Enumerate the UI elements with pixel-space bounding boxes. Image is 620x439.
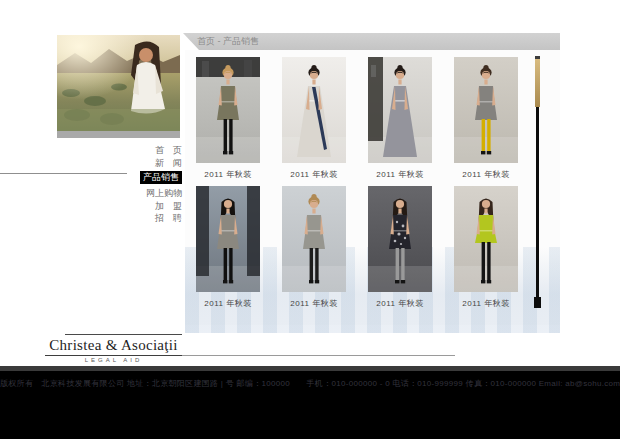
active-item-pointer-line [0, 173, 127, 174]
product-photo[interactable] [368, 57, 432, 163]
sidebar-menu: 首 页 新 闻 产品销售 网上购物 加 盟 招 聘 [62, 144, 182, 225]
menu-item-online-shop[interactable]: 网上购物 [62, 187, 182, 200]
product-caption: 2011 年秋装 [282, 292, 346, 315]
product-photo[interactable] [368, 186, 432, 292]
product-card: 2011 年秋装 [454, 186, 518, 315]
breadcrumb[interactable]: 首页 - 产品销售 [197, 36, 259, 46]
product-caption: 2011 年秋装 [368, 163, 432, 186]
scrollbar-bottom-cap [534, 297, 541, 308]
product-photo[interactable] [282, 57, 346, 163]
product-caption: 2011 年秋装 [196, 163, 260, 186]
product-card: 2011 年秋装 [196, 186, 260, 315]
product-list-panel: 2011 年秋装 2011 年秋装 2011 年秋装 2011 年秋装 2011… [185, 50, 560, 325]
hero-photo-bottom-strip [57, 131, 180, 138]
logo-rule-bottom [45, 355, 182, 356]
menu-item-home[interactable]: 首 页 [62, 144, 182, 157]
product-caption: 2011 年秋装 [454, 163, 518, 186]
product-photo[interactable] [196, 186, 260, 292]
brand-logo: Christea & Asociaţii LEGAL AID [45, 334, 182, 363]
scrollbar-track[interactable] [536, 107, 539, 298]
footer: 版权所有 北京科技发展有限公司 地址：北京朝阳区建国路 | 号 邮编：10000… [0, 366, 620, 439]
page: 首 页 新 闻 产品销售 网上购物 加 盟 招 聘 首页 - 产品销售 2011… [0, 0, 620, 439]
hero-photo-image [57, 35, 180, 131]
menu-item-recruit[interactable]: 招 聘 [62, 212, 182, 225]
scrollbar-thumb[interactable] [535, 59, 540, 107]
product-photo[interactable] [454, 57, 518, 163]
product-photo[interactable] [282, 186, 346, 292]
breadcrumb-bar: 首页 - 产品销售 [183, 33, 560, 50]
product-card: 2011 年秋装 [368, 57, 432, 186]
menu-item-news[interactable]: 新 闻 [62, 157, 182, 170]
logo-rule-extension [182, 355, 455, 356]
logo-rule-top [65, 334, 182, 335]
product-caption: 2011 年秋装 [282, 163, 346, 186]
product-caption: 2011 年秋装 [454, 292, 518, 315]
product-card: 2011 年秋装 [454, 57, 518, 186]
footer-copyright-text: 版权所有 北京科技发展有限公司 地址：北京朝阳区建国路 | 号 邮编：10000… [0, 378, 620, 389]
product-caption: 2011 年秋装 [368, 292, 432, 315]
footer-top-strip [0, 366, 620, 371]
product-grid: 2011 年秋装 2011 年秋装 2011 年秋装 2011 年秋装 2011… [196, 57, 518, 315]
product-card: 2011 年秋装 [282, 186, 346, 315]
brand-name: Christea & Asociaţii [45, 337, 182, 354]
product-card: 2011 年秋装 [282, 57, 346, 186]
hero-photo [57, 35, 180, 138]
brand-tagline: LEGAL AID [45, 357, 182, 363]
product-caption: 2011 年秋装 [196, 292, 260, 315]
product-photo[interactable] [196, 57, 260, 163]
product-photo[interactable] [454, 186, 518, 292]
product-card: 2011 年秋装 [196, 57, 260, 186]
menu-item-product-sales-label: 产品销售 [140, 171, 182, 184]
menu-item-join[interactable]: 加 盟 [62, 200, 182, 213]
product-card: 2011 年秋装 [368, 186, 432, 315]
